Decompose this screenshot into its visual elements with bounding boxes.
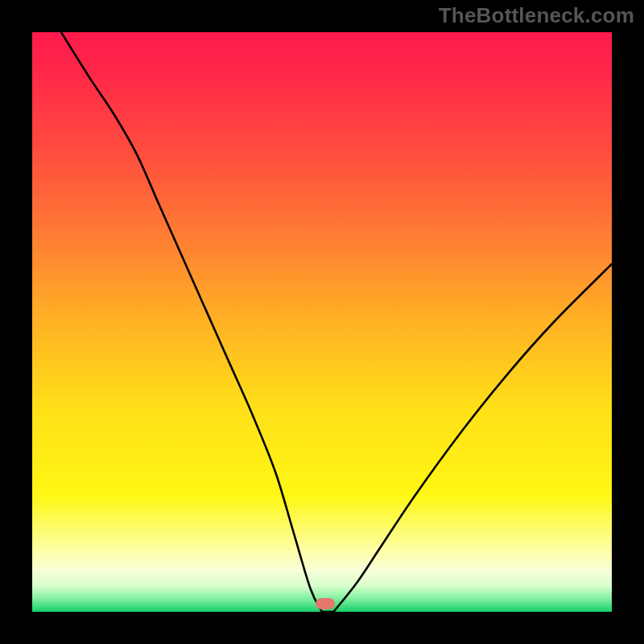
- watermark-text: TheBottleneck.com: [439, 3, 634, 28]
- optimum-marker: [316, 598, 335, 609]
- chart-frame: TheBottleneck.com: [0, 0, 644, 644]
- plot-area: [32, 32, 612, 612]
- gradient-background: [32, 32, 612, 612]
- gradient-plot: [32, 32, 612, 612]
